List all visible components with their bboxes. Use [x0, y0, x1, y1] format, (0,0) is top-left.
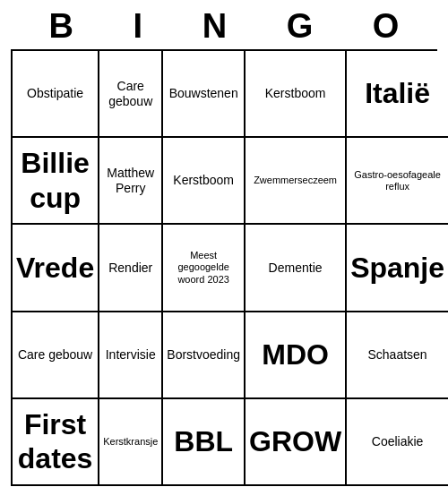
bingo-cell[interactable]: Billie cup [13, 138, 99, 225]
bingo-cell[interactable]: Italië [347, 51, 448, 138]
bingo-cell[interactable]: Rendier [99, 225, 163, 312]
bingo-cell[interactable]: Matthew Perry [99, 138, 163, 225]
bingo-cell[interactable]: Gastro-oesofageale reflux [347, 138, 448, 225]
bingo-cell[interactable]: Meest gegoogelde woord 2023 [163, 225, 246, 312]
bingo-cell[interactable]: First dates [13, 399, 99, 486]
bingo-cell[interactable]: Dementie [246, 225, 347, 312]
bingo-cell[interactable]: Kerstboom [246, 51, 347, 138]
bingo-cell[interactable]: Obstipatie [13, 51, 99, 138]
bingo-cell[interactable]: Vrede [13, 225, 99, 312]
bingo-cell[interactable]: Schaatsen [347, 312, 448, 399]
bingo-cell[interactable]: Borstvoeding [163, 312, 246, 399]
bingo-title: B I N G O [0, 0, 448, 49]
bingo-cell[interactable]: Care gebouw [99, 51, 163, 138]
bingo-cell[interactable]: Spanje [347, 225, 448, 312]
bingo-cell[interactable]: Bouwstenen [163, 51, 246, 138]
bingo-cell[interactable]: GROW [246, 399, 347, 486]
bingo-cell[interactable]: BBL [163, 399, 246, 486]
bingo-cell[interactable]: Kerstboom [163, 138, 246, 225]
bingo-cell[interactable]: Coeliakie [347, 399, 448, 486]
bingo-cell[interactable]: Kerstkransje [99, 399, 163, 486]
bingo-cell[interactable]: Zwemmerseczeem [246, 138, 347, 225]
bingo-cell[interactable]: Care gebouw [13, 312, 99, 399]
bingo-cell[interactable]: Intervisie [99, 312, 163, 399]
bingo-cell[interactable]: MDO [246, 312, 347, 399]
bingo-grid: ObstipatieCare gebouwBouwstenenKerstboom… [11, 49, 437, 486]
